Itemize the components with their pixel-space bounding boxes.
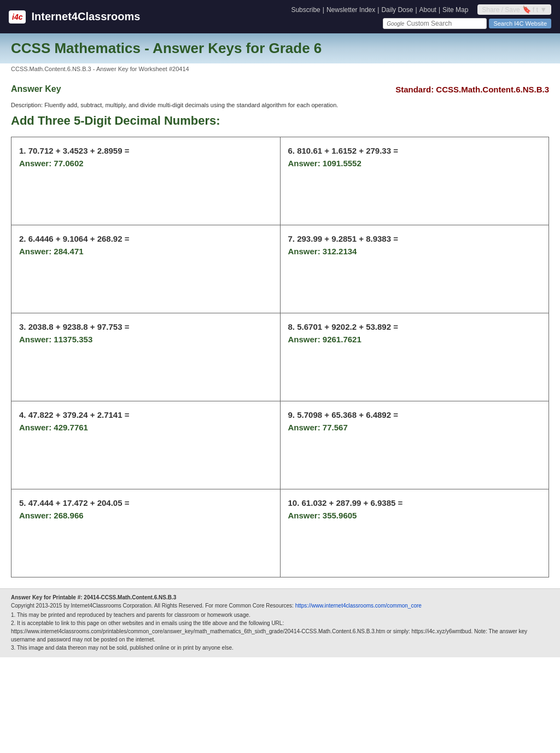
footer-note-1: 1. This may be printed and reproduced by… xyxy=(11,611,549,619)
problem-cell-6: 6. 810.61 + 1.6152 + 279.33 = Answer: 10… xyxy=(281,137,549,225)
problem-cell-7: 7. 293.99 + 9.2851 + 8.9383 = Answer: 31… xyxy=(281,225,549,313)
problem-text-10: 10. 61.032 + 287.99 + 6.9385 = xyxy=(288,498,541,507)
logo-box: i4c xyxy=(9,10,26,24)
header-right: Subscribe | Newsletter Index | Daily Dos… xyxy=(291,4,551,29)
site-name: Internet4Classrooms xyxy=(31,10,140,23)
problem-cell-9: 9. 5.7098 + 65.368 + 6.4892 = Answer: 77… xyxy=(281,401,549,489)
nav-links: Subscribe | Newsletter Index | Daily Dos… xyxy=(291,4,551,15)
logo-area: i4c Internet4Classrooms xyxy=(9,10,140,24)
problem-cell-1: 1. 70.712 + 3.4523 + 2.8959 = Answer: 77… xyxy=(11,137,281,225)
footer-copyright-link[interactable]: https://www.internet4classrooms.com/comm… xyxy=(295,603,422,609)
answer-text-5: Answer: 268.966 xyxy=(19,511,272,520)
answer-text-9: Answer: 77.567 xyxy=(288,423,541,432)
problem-row-1: 1. 70.712 + 3.4523 + 2.8959 = Answer: 77… xyxy=(11,137,549,225)
answer-text-6: Answer: 1091.5552 xyxy=(288,159,541,168)
problem-text-9: 9. 5.7098 + 65.368 + 6.4892 = xyxy=(288,410,541,419)
subscribe-link[interactable]: Subscribe xyxy=(291,6,320,14)
footer: Answer Key for Printable #: 20414-CCSS.M… xyxy=(0,588,560,657)
site-header: i4c Internet4Classrooms Subscribe | News… xyxy=(0,0,560,33)
description: Description: Fluently add, subtract, mul… xyxy=(11,102,549,108)
answer-key-header: Answer Key Standard: CCSS.Math.Content.6… xyxy=(11,80,549,98)
worksheet-title: Add Three 5-Digit Decimal Numbers: xyxy=(11,114,549,128)
answer-key-label: Answer Key xyxy=(11,84,61,94)
google-label: Google xyxy=(387,21,404,27)
footer-copyright-text: Copyright 2013-2015 by Internet4Classroo… xyxy=(11,603,294,609)
daily-dose-link[interactable]: Daily Dose xyxy=(381,6,413,14)
site-map-link[interactable]: Site Map xyxy=(442,6,468,14)
footer-copyright: Copyright 2013-2015 by Internet4Classroo… xyxy=(11,603,549,609)
problem-cell-3: 3. 2038.8 + 9238.8 + 97.753 = Answer: 11… xyxy=(11,313,281,401)
search-bar: Google Search I4C Website xyxy=(383,18,551,29)
problem-text-1: 1. 70.712 + 3.4523 + 2.8959 = xyxy=(19,146,272,155)
problem-text-7: 7. 293.99 + 9.2851 + 8.9383 = xyxy=(288,234,541,243)
problem-cell-10: 10. 61.032 + 287.99 + 6.9385 = Answer: 3… xyxy=(281,489,549,577)
problem-cell-2: 2. 6.4446 + 9.1064 + 268.92 = Answer: 28… xyxy=(11,225,281,313)
newsletter-index-link[interactable]: Newsletter Index xyxy=(326,6,375,14)
search-input[interactable] xyxy=(406,20,483,27)
answer-text-2: Answer: 284.471 xyxy=(19,247,272,256)
problem-text-6: 6. 810.61 + 1.6152 + 279.33 = xyxy=(288,146,541,155)
problem-cell-4: 4. 47.822 + 379.24 + 2.7141 = Answer: 42… xyxy=(11,401,281,489)
main-content: Answer Key Standard: CCSS.Math.Content.6… xyxy=(0,74,560,588)
problem-text-8: 8. 5.6701 + 9202.2 + 53.892 = xyxy=(288,322,541,331)
problem-text-3: 3. 2038.8 + 9238.8 + 97.753 = xyxy=(19,322,272,331)
answer-text-8: Answer: 9261.7621 xyxy=(288,335,541,344)
about-link[interactable]: About xyxy=(419,6,436,14)
answer-text-3: Answer: 11375.353 xyxy=(19,335,272,344)
problem-row-2: 2. 6.4446 + 9.1064 + 268.92 = Answer: 28… xyxy=(11,225,549,313)
problem-row-3: 3. 2038.8 + 9238.8 + 97.753 = Answer: 11… xyxy=(11,313,549,401)
problem-text-2: 2. 6.4446 + 9.1064 + 268.92 = xyxy=(19,234,272,243)
problem-row-4: 4. 47.822 + 379.24 + 2.7141 = Answer: 42… xyxy=(11,401,549,489)
footer-note-2: 2. It is acceptable to link to this page… xyxy=(11,619,549,627)
search-input-wrapper: Google xyxy=(383,18,487,29)
problem-cell-8: 8. 5.6701 + 9202.2 + 53.892 = Answer: 92… xyxy=(281,313,549,401)
footer-notes: 1. This may be printed and reproduced by… xyxy=(11,611,549,652)
facebook-icon[interactable]: f xyxy=(533,5,535,14)
answer-text-4: Answer: 429.7761 xyxy=(19,423,272,432)
footer-note-3: 3. This image and data thereon may not b… xyxy=(11,644,549,652)
share-label: Share / Save xyxy=(482,6,520,14)
share-more-icon[interactable]: ▼ xyxy=(540,5,547,14)
answer-text-7: Answer: 312.2134 xyxy=(288,247,541,256)
breadcrumb: CCSS.Math.Content.6.NS.B.3 - Answer Key … xyxy=(0,63,560,74)
problem-text-5: 5. 47.444 + 17.472 + 204.05 = xyxy=(19,498,272,507)
banner-title: CCSS Mathematics - Answer Keys for Grade… xyxy=(11,40,549,57)
problem-cell-5: 5. 47.444 + 17.472 + 204.05 = Answer: 26… xyxy=(11,489,281,577)
breadcrumb-text: CCSS.Math.Content.6.NS.B.3 - Answer Key … xyxy=(11,66,189,72)
answer-text-1: Answer: 77.0602 xyxy=(19,159,272,168)
bookmark-icon[interactable]: 🔖 xyxy=(522,5,531,14)
banner: CCSS Mathematics - Answer Keys for Grade… xyxy=(0,33,560,63)
twitter-icon[interactable]: t xyxy=(536,5,538,14)
problem-row-5: 5. 47.444 + 17.472 + 204.05 = Answer: 26… xyxy=(11,489,549,577)
standard-label: Standard: CCSS.Math.Content.6.NS.B.3 xyxy=(395,85,549,94)
search-button[interactable]: Search I4C Website xyxy=(489,19,551,28)
problem-text-4: 4. 47.822 + 379.24 + 2.7141 = xyxy=(19,410,272,419)
share-bar[interactable]: Share / Save 🔖 f t ▼ xyxy=(477,4,551,15)
share-icons: 🔖 f t ▼ xyxy=(522,5,547,14)
problems-grid: 1. 70.712 + 3.4523 + 2.8959 = Answer: 77… xyxy=(11,137,549,577)
answer-text-10: Answer: 355.9605 xyxy=(288,511,541,520)
footer-printable: Answer Key for Printable #: 20414-CCSS.M… xyxy=(11,594,549,600)
footer-note-2-url: https://www.internet4classrooms.com/prin… xyxy=(11,627,549,644)
